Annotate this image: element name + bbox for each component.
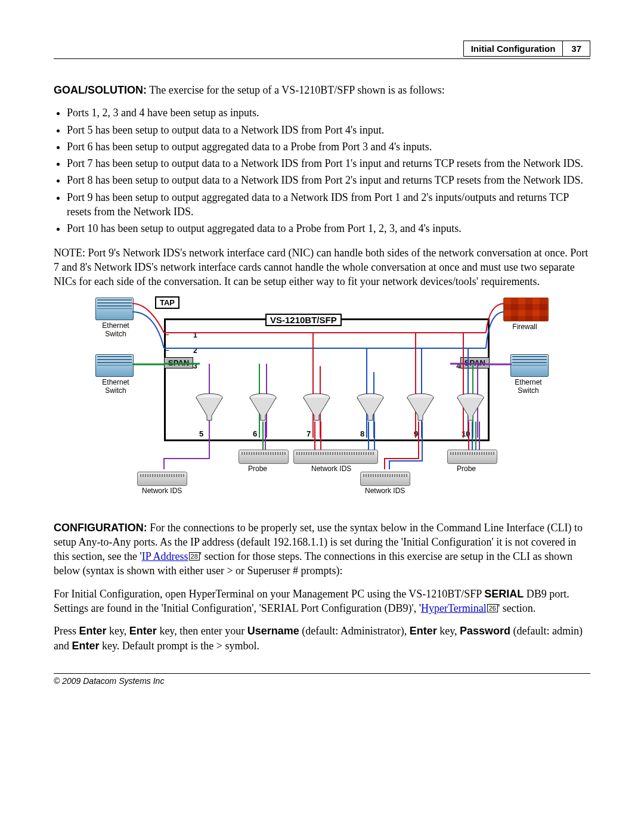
page-ref-icon: 28 — [189, 552, 200, 561]
list-item: Port 8 has been setup to output data to … — [67, 173, 590, 187]
enter-key: Enter — [79, 625, 107, 637]
list-item: Port 5 has been setup to output data to … — [67, 123, 590, 137]
configuration-paragraph: CONFIGURATION: For the connections to be… — [54, 521, 590, 578]
configuration-label: CONFIGURATION: — [54, 522, 147, 534]
probe-device-icon — [239, 450, 289, 464]
port-number: 7 — [306, 429, 311, 438]
ethernet-switch-icon — [95, 298, 134, 320]
ethernet-switch-icon — [510, 354, 549, 377]
enter-key: Enter — [129, 625, 157, 637]
password-label: Password — [460, 625, 510, 637]
ethernet-switch-label: Ethernet Switch — [92, 321, 140, 338]
hyperterminal-link[interactable]: HyperTerminal — [421, 602, 487, 614]
port-number: 2 — [193, 346, 197, 355]
page-ref-icon: 26 — [487, 604, 498, 612]
ethernet-switch-label: Ethernet Switch — [92, 378, 140, 395]
port-number: 5 — [199, 429, 203, 438]
network-ids-label: Network IDS — [365, 487, 405, 495]
port-number: 3 — [193, 362, 197, 370]
network-ids-label: Network IDS — [311, 465, 351, 473]
device-title: VS-1210BT/SFP — [265, 314, 342, 326]
page-header: Initial Configuration 37 — [54, 42, 590, 59]
span-label: SPAN — [460, 357, 490, 368]
serial-paragraph: For Initial Configuration, open HyperTer… — [54, 587, 590, 616]
span-label: SPAN — [164, 357, 193, 368]
bullet-list: Ports 1, 2, 3 and 4 have been setup as i… — [54, 106, 590, 236]
header-section-title: Initial Configuration — [464, 41, 563, 56]
funnel-icon — [249, 393, 277, 422]
tap-label: TAP — [155, 296, 179, 309]
list-item: Ports 1, 2, 3 and 4 have been setup as i… — [67, 106, 590, 120]
username-label: Username — [247, 625, 299, 637]
list-item: Port 7 has been setup to output data to … — [67, 156, 590, 171]
network-ids-label: Network IDS — [142, 487, 182, 495]
probe-label: Probe — [457, 465, 476, 473]
note-paragraph: NOTE: Port 9's Network IDS's network int… — [54, 246, 590, 289]
goal-label: GOAL/SOLUTION: — [54, 84, 147, 96]
port-number: 10 — [462, 429, 470, 438]
network-ids-device-icon — [360, 472, 410, 486]
list-item: Port 10 has been setup to output aggrega… — [67, 221, 590, 236]
ethernet-switch-label: Ethernet Switch — [504, 378, 552, 395]
funnel-icon — [196, 393, 223, 422]
network-ids-device-icon — [293, 450, 378, 464]
device-box: 1 2 3 4 SPAN SPAN 5 6 7 8 9 10 — [164, 318, 490, 441]
port-number: 6 — [253, 429, 257, 438]
diagram-figure: Ethernet Switch Firewall Ethernet Switch… — [95, 298, 549, 506]
press-enter-paragraph: Press Enter key, Enter key, then enter y… — [54, 624, 590, 653]
header-page-number: 37 — [562, 41, 590, 56]
enter-key: Enter — [410, 625, 437, 637]
firewall-icon — [503, 298, 549, 321]
enter-key: Enter — [72, 640, 100, 652]
serial-label: SERIAL — [484, 588, 524, 600]
serial-intro: For Initial Configuration, open HyperTer… — [54, 588, 484, 600]
list-item: Port 6 has been setup to output aggregat… — [67, 140, 590, 154]
list-item: Port 9 has been setup to output aggregat… — [67, 190, 590, 219]
port-number: 1 — [193, 331, 197, 339]
funnel-icon — [357, 393, 384, 422]
port-number: 8 — [360, 429, 364, 438]
footer-copyright: © 2009 Datacom Systems Inc — [54, 673, 590, 686]
funnel-icon — [457, 393, 484, 422]
probe-label: Probe — [248, 465, 267, 473]
funnel-icon — [303, 393, 330, 422]
ethernet-switch-icon — [95, 354, 134, 377]
network-ids-device-icon — [137, 472, 187, 486]
ip-address-link[interactable]: IP Address — [142, 550, 188, 562]
probe-device-icon — [447, 450, 497, 464]
port-number: 9 — [414, 429, 418, 438]
goal-text: The exercise for the setup of a VS-1210B… — [149, 84, 444, 96]
firewall-label: Firewall — [507, 323, 543, 331]
serial-rest-2: ' section. — [498, 602, 535, 614]
goal-paragraph: GOAL/SOLUTION: The exercise for the setu… — [54, 83, 590, 97]
funnel-icon — [407, 393, 434, 422]
